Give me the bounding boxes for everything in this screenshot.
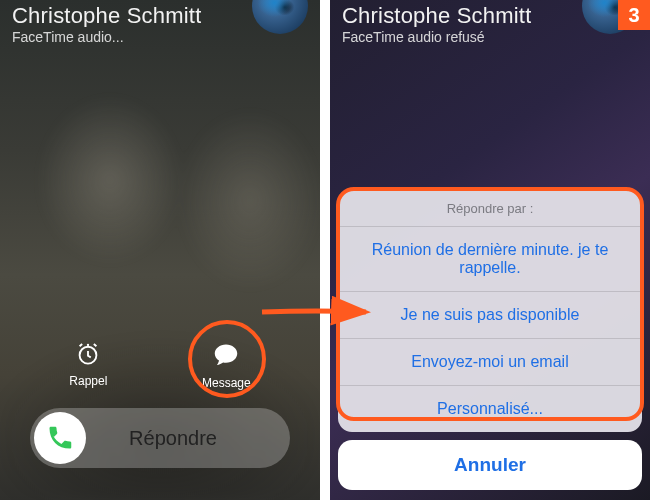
reply-option[interactable]: Je ne suis pas disponible (338, 292, 642, 339)
cancel-button[interactable]: Annuler (338, 440, 642, 490)
screen-separator (320, 0, 330, 500)
reply-sheet-screen: 3 Christophe Schmitt FaceTime audio refu… (330, 0, 650, 500)
remind-button[interactable]: Rappel (69, 340, 107, 390)
remind-label: Rappel (69, 374, 107, 388)
call-header: Christophe Schmitt FaceTime audio refusé (330, 0, 650, 45)
svg-point-1 (87, 344, 89, 346)
call-header-text: Christophe Schmitt FaceTime audio refusé (342, 4, 531, 45)
step-badge: 3 (618, 0, 650, 30)
sheet-title: Répondre par : (338, 189, 642, 227)
call-type: FaceTime audio... (12, 29, 201, 45)
slide-to-answer[interactable]: Répondre (30, 408, 290, 468)
phone-icon (45, 423, 75, 453)
reply-option[interactable]: Réunion de dernière minute. je te rappel… (338, 227, 642, 292)
answer-knob[interactable] (34, 412, 86, 464)
annotation-circle (188, 320, 266, 398)
reply-option[interactable]: Personnalisé... (338, 386, 642, 432)
answer-label: Répondre (86, 427, 286, 450)
caller-name: Christophe Schmitt (342, 4, 531, 27)
reply-option[interactable]: Envoyez-moi un email (338, 339, 642, 386)
alarm-clock-icon (74, 340, 102, 368)
call-header: Christophe Schmitt FaceTime audio... (0, 0, 320, 45)
call-header-text: Christophe Schmitt FaceTime audio... (12, 4, 201, 45)
incoming-call-screen: Christophe Schmitt FaceTime audio... Rap… (0, 0, 320, 500)
call-quick-actions: Rappel Message (0, 340, 320, 390)
reply-action-sheet: Répondre par : Réunion de dernière minut… (338, 189, 642, 490)
call-type: FaceTime audio refusé (342, 29, 531, 45)
avatar (252, 0, 308, 34)
reply-options-group: Répondre par : Réunion de dernière minut… (338, 189, 642, 432)
caller-name: Christophe Schmitt (12, 4, 201, 27)
